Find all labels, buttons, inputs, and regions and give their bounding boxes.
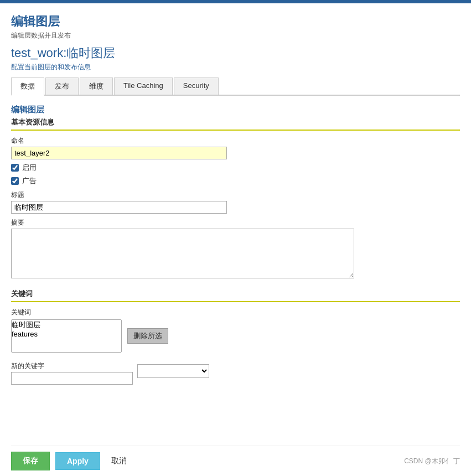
cancel-button[interactable]: 取消 <box>106 452 132 470</box>
tab-publish[interactable]: 发布 <box>45 77 79 95</box>
tab-data[interactable]: 数据 <box>11 77 44 96</box>
keyword-item[interactable]: 临时图层 <box>12 320 121 330</box>
form-area: 编辑图层 基本资源信息 命名 启用 广告 标题 摘要 关键词 关键词 临时图层 <box>11 105 460 446</box>
page-subtitle: 编辑层数据并且发布 <box>11 31 460 40</box>
keywords-label: 关键词 <box>11 308 460 317</box>
abstract-label: 摘要 <box>11 218 460 227</box>
tab-security[interactable]: Security <box>174 77 219 95</box>
ad-label: 广告 <box>22 176 37 186</box>
keywords-section-header: 关键词 <box>11 289 460 302</box>
enabled-row: 启用 <box>11 163 460 173</box>
enabled-label: 启用 <box>22 163 37 173</box>
tab-tile-caching[interactable]: Tile Caching <box>114 77 173 95</box>
new-keyword-label: 新的关键字 <box>11 361 133 371</box>
layer-title: test_work:临时图层 <box>11 45 460 61</box>
footer-buttons: 保存 Apply 取消 <box>11 452 132 470</box>
delete-keywords-button[interactable]: 删除所选 <box>127 328 168 344</box>
footer-credit: CSDN @木卯亻 丁 <box>404 457 460 466</box>
section-title: 编辑图层 <box>11 105 460 115</box>
name-input[interactable] <box>11 147 227 159</box>
ad-row: 广告 <box>11 176 460 186</box>
new-keyword-row: 新的关键字 <box>11 357 460 385</box>
layer-desc: 配置当前图层的和发布信息 <box>11 63 460 72</box>
name-label: 命名 <box>11 136 460 146</box>
keywords-list[interactable]: 临时图层 features <box>11 319 122 353</box>
enabled-checkbox[interactable] <box>11 164 19 172</box>
section-header: 基本资源信息 <box>11 117 460 131</box>
page-title: 编辑图层 <box>11 13 460 30</box>
title-label: 标题 <box>11 190 460 200</box>
abstract-textarea[interactable] <box>11 229 354 278</box>
save-button[interactable]: 保存 <box>11 452 50 470</box>
ad-checkbox[interactable] <box>11 177 19 185</box>
keyword-item[interactable]: features <box>12 330 121 339</box>
keyword-type-select[interactable] <box>137 364 209 378</box>
title-input[interactable] <box>11 201 227 214</box>
footer: 保存 Apply 取消 CSDN @木卯亻 丁 <box>11 446 460 476</box>
tab-dimension[interactable]: 维度 <box>80 77 113 95</box>
keywords-row: 临时图层 features 删除所选 <box>11 319 460 353</box>
apply-button[interactable]: Apply <box>55 452 100 470</box>
keywords-section: 关键词 关键词 临时图层 features 删除所选 新的关键字 <box>11 289 460 385</box>
new-keyword-input[interactable] <box>11 372 133 385</box>
tabs-container: 数据 发布 维度 Tile Caching Security <box>11 77 460 96</box>
